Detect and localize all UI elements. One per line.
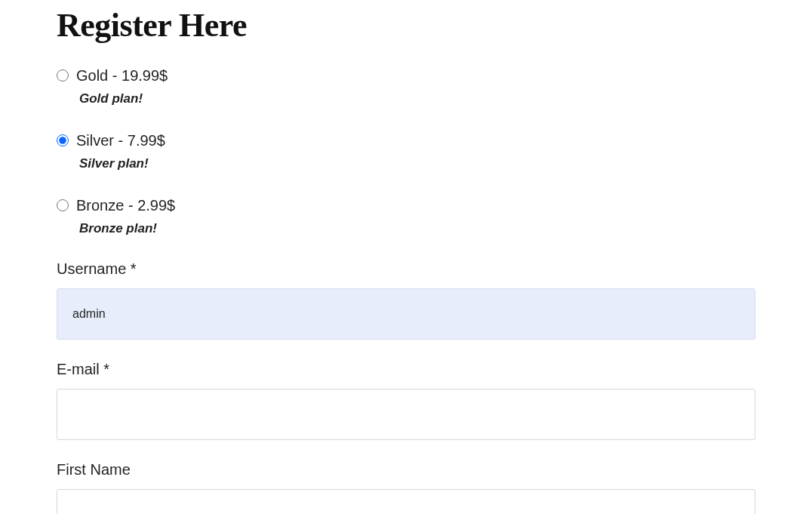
plan-desc-silver: Silver plan!	[79, 156, 755, 171]
field-firstname: First Name	[57, 461, 755, 514]
field-email: E-mail *	[57, 361, 755, 440]
field-username: Username *	[57, 260, 755, 340]
plan-desc-bronze: Bronze plan!	[79, 221, 755, 236]
firstname-input[interactable]	[57, 489, 755, 514]
plan-radio-silver[interactable]	[57, 134, 69, 146]
plan-row-silver[interactable]: Silver - 7.99$	[57, 131, 755, 150]
page-title: Register Here	[57, 6, 755, 45]
plan-option-silver: Silver - 7.99$ Silver plan!	[57, 131, 755, 171]
plan-radio-gold[interactable]	[57, 69, 69, 82]
plan-option-gold: Gold - 19.99$ Gold plan!	[57, 66, 755, 106]
plan-label-silver: Silver - 7.99$	[76, 131, 165, 150]
plan-row-gold[interactable]: Gold - 19.99$	[57, 66, 755, 85]
label-firstname: First Name	[57, 461, 755, 479]
label-email: E-mail *	[57, 361, 755, 378]
username-input[interactable]	[57, 288, 755, 340]
plan-desc-gold: Gold plan!	[79, 91, 755, 106]
plan-option-bronze: Bronze - 2.99$ Bronze plan!	[57, 195, 755, 236]
plan-label-bronze: Bronze - 2.99$	[76, 195, 175, 215]
plan-label-gold: Gold - 19.99$	[76, 66, 168, 85]
plan-row-bronze[interactable]: Bronze - 2.99$	[57, 195, 755, 215]
label-username: Username *	[57, 260, 755, 278]
plan-group: Gold - 19.99$ Gold plan! Silver - 7.99$ …	[57, 66, 755, 236]
email-input[interactable]	[57, 389, 755, 440]
plan-radio-bronze[interactable]	[57, 199, 69, 211]
